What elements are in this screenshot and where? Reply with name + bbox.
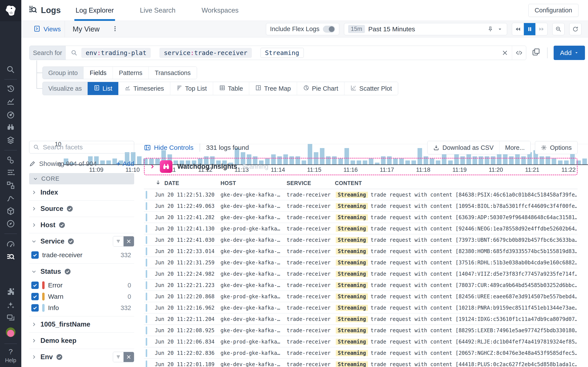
log-table-row[interactable]: Jun 20 11:22:01.189gke-dev-gke-kafka-…tr…	[144, 359, 578, 367]
views-button[interactable]: Views	[21, 21, 65, 37]
search-facets-input[interactable]: Search facets	[29, 141, 134, 153]
tab-log-explorer[interactable]: Log Explorer	[74, 0, 115, 21]
more-button[interactable]: More...	[499, 141, 530, 154]
column-header-date[interactable]: DATE	[164, 180, 179, 186]
facet-clear-button[interactable]	[124, 236, 134, 246]
search-filter-pill[interactable]: env:trading-plat	[81, 48, 151, 58]
download-csv-button[interactable]: Download as CSV	[428, 141, 499, 154]
tab-workspaces[interactable]: Workspaces	[200, 0, 240, 21]
facet-index[interactable]: Index	[29, 184, 134, 200]
search-bar[interactable]: Search for env:trading-platservice:trade…	[29, 46, 526, 60]
hide-controls-button[interactable]: Hide Controls	[144, 144, 193, 151]
view-menu-kebab-icon[interactable]	[112, 25, 119, 33]
log-table-row[interactable]: Jun 20 11:22:33.014gke-dev-gke-kafka-…tr…	[144, 246, 578, 257]
rail-puzzle-icon[interactable]	[6, 287, 15, 296]
rail-cube-icon[interactable]	[6, 207, 15, 216]
pin-icon[interactable]	[487, 26, 493, 32]
facet-env[interactable]: Env	[29, 349, 134, 365]
facet-clear-button[interactable]	[124, 352, 134, 362]
fast-forward-button[interactable]	[536, 23, 547, 35]
user-avatar[interactable]	[6, 327, 16, 337]
log-table-row[interactable]: Jun 20 11:22:51.320gke-dev-gke-kafka-…tr…	[144, 189, 578, 200]
facet-checkbox[interactable]	[31, 293, 39, 300]
sort-descending-icon[interactable]	[155, 180, 161, 185]
log-table-row[interactable]: Jun 20 11:22:16.962gke-dev-gke-kafka-…tr…	[144, 302, 578, 314]
rail-apm-icon[interactable]	[6, 194, 15, 203]
facet-value-info[interactable]: Info332	[29, 302, 134, 314]
watchdog-insights-banner[interactable]: Watchdog Insights Scanning	[144, 158, 578, 175]
facet-value-trade-receiver[interactable]: trade-receiver332	[29, 249, 134, 261]
viz-option-list[interactable]: List	[88, 82, 118, 95]
rail-metrics-icon[interactable]	[6, 168, 15, 177]
rail-compass-icon[interactable]	[6, 219, 15, 228]
log-table-row[interactable]: Jun 20 11:22:31.259gke-dev-gke-kafka-…tr…	[144, 257, 578, 268]
refresh-button[interactable]	[569, 23, 581, 35]
rail-sparkles-icon[interactable]	[6, 301, 15, 310]
rail-logs-icon[interactable]	[6, 252, 15, 261]
log-table-row[interactable]: Jun 20 11:22:41.030gke-dev-gke-kafka-…tr…	[144, 234, 578, 246]
rewind-button[interactable]	[512, 23, 524, 35]
rail-radar-icon[interactable]	[6, 111, 15, 119]
code-view-icon[interactable]	[512, 46, 526, 60]
chevron-down-icon[interactable]	[497, 26, 503, 32]
log-table-row[interactable]: Jun 20 11:22:41.130gke-prod-gke-kafka…tr…	[144, 223, 578, 234]
facet-value-error[interactable]: Error0	[29, 280, 134, 291]
rail-area-chart-icon[interactable]	[6, 97, 15, 106]
facet-value-warn[interactable]: Warn0	[29, 291, 134, 302]
viz-option-timeseries[interactable]: Timeseries	[118, 82, 170, 95]
viz-option-scatter-plot[interactable]: Scatter Plot	[344, 82, 398, 95]
zoom-out-button[interactable]	[552, 23, 564, 35]
group-option-patterns[interactable]: Patterns	[113, 67, 149, 79]
column-header-content[interactable]: CONTENT	[335, 180, 362, 186]
rail-clock-history-icon[interactable]	[6, 84, 15, 93]
rail-binoculars-icon[interactable]	[6, 123, 15, 132]
add-query-button[interactable]: Add	[554, 46, 585, 60]
facet-demo-keep[interactable]: Demo keep	[29, 333, 134, 349]
log-table-row[interactable]: Jun 20 11:22:21.223gke-dev-gke-kafka-…tr…	[144, 280, 578, 291]
configuration-button[interactable]: Configuration	[529, 4, 579, 17]
rail-hexagons-icon[interactable]	[6, 156, 15, 164]
facet-filter-button[interactable]	[113, 352, 124, 362]
clear-search-icon[interactable]	[498, 46, 512, 60]
viz-option-top-list[interactable]: Top List	[170, 82, 213, 95]
group-option-fields[interactable]: Fields	[84, 67, 113, 79]
log-table-row[interactable]: Jun 20 11:22:24.982gke-dev-gke-kafka-…tr…	[144, 268, 578, 280]
facet-checkbox[interactable]	[31, 282, 39, 289]
facet-checkbox[interactable]	[31, 251, 39, 259]
facet-source[interactable]: Source	[29, 201, 134, 217]
help-menu[interactable]: ?Help	[0, 347, 21, 364]
column-header-host[interactable]: HOST	[220, 180, 236, 186]
facet-checkbox[interactable]	[31, 304, 39, 312]
flex-logs-toggle[interactable]	[323, 26, 335, 33]
search-term-pill[interactable]: Streaming	[260, 48, 304, 58]
log-table-row[interactable]: Jun 20 11:22:08.925gke-dev-gke-kafka-…tr…	[144, 325, 578, 336]
facet-1005_firstname[interactable]: 1005_firstName	[29, 316, 134, 333]
pause-button[interactable]	[524, 23, 536, 35]
log-table-row[interactable]: Jun 20 11:22:20.868gke-prod-gke-kafka…tr…	[144, 291, 578, 302]
facet-service[interactable]: Service	[29, 233, 134, 249]
rail-workflow-icon[interactable]	[6, 181, 15, 190]
product-home[interactable]: Logs	[28, 5, 61, 16]
add-facet-button[interactable]: Add	[116, 160, 134, 167]
log-table-row[interactable]: Jun 20 11:22:06.834gke-prod-gke-kafka…tr…	[144, 336, 578, 347]
log-table-row[interactable]: Jun 20 11:22:49.063gke-dev-gke-kafka-…tr…	[144, 200, 578, 212]
search-filter-pill[interactable]: service:trade-receiver	[160, 48, 252, 58]
log-table-row[interactable]: Jun 20 11:22:11.204gke-dev-gke-kafka-…tr…	[144, 314, 578, 325]
rail-search-icon[interactable]	[6, 65, 15, 74]
column-header-service[interactable]: SERVICE	[287, 180, 311, 186]
rail-layers-icon[interactable]	[6, 136, 15, 145]
copy-icon[interactable]	[532, 48, 542, 58]
options-button[interactable]: Options	[535, 141, 578, 154]
facet-status[interactable]: Status	[29, 264, 134, 280]
facet-group-core[interactable]: CORE	[29, 173, 134, 184]
viz-option-tree-map[interactable]: Tree Map	[249, 82, 297, 95]
viz-option-table[interactable]: Table	[213, 82, 249, 95]
rail-screens-icon[interactable]	[6, 314, 15, 322]
rail-speedometer-icon[interactable]	[6, 239, 15, 248]
tab-live-search[interactable]: Live Search	[139, 0, 177, 21]
datadog-logo[interactable]	[0, 0, 21, 21]
log-table-row[interactable]: Jun 20 11:22:41.282gke-dev-gke-kafka-…tr…	[144, 212, 578, 223]
viz-option-pie-chart[interactable]: Pie Chart	[297, 82, 344, 95]
facet-host[interactable]: Host	[29, 217, 134, 233]
group-option-transactions[interactable]: Transactions	[149, 67, 197, 79]
